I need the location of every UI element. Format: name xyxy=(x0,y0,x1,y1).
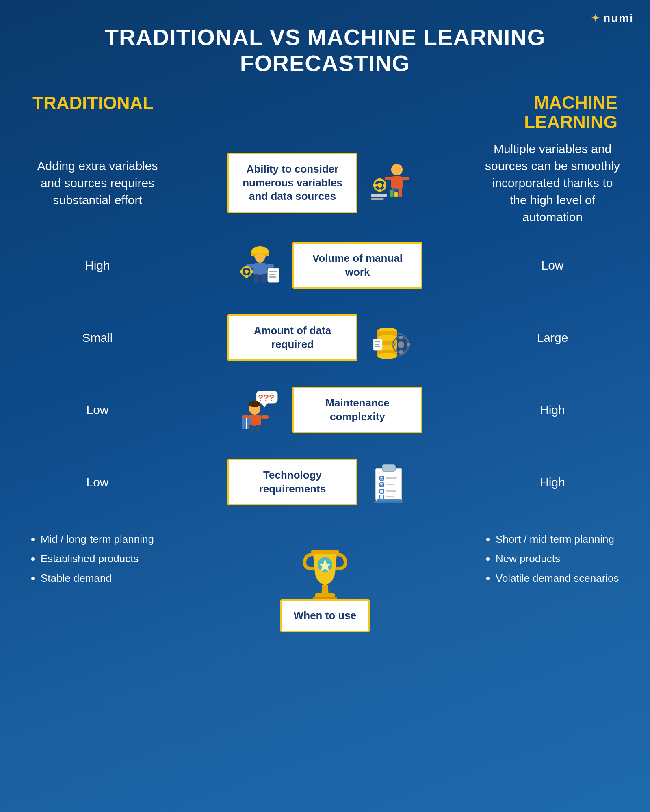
svg-rect-49 xyxy=(392,343,395,346)
worker-icon xyxy=(238,243,282,288)
svg-point-46 xyxy=(398,341,404,348)
svg-rect-74 xyxy=(380,489,384,493)
when-traditional-list: Mid / long-term planning Established pro… xyxy=(28,530,167,587)
when-center-col: When to use xyxy=(179,530,471,633)
svg-rect-2 xyxy=(378,178,381,181)
row-maintenance: Low ??? ??? xyxy=(20,378,630,443)
svg-rect-5 xyxy=(383,184,386,187)
svg-rect-52 xyxy=(375,341,380,342)
svg-rect-29 xyxy=(240,270,243,273)
traditional-header: TRADITIONAL xyxy=(32,93,187,132)
data-box: Amount of data required xyxy=(228,314,358,361)
trophy-icon-area xyxy=(297,546,353,599)
maintenance-center: ??? ??? xyxy=(179,384,471,436)
person-chart-icon xyxy=(368,161,412,205)
clipboard-icon xyxy=(368,460,412,505)
column-headers: TRADITIONAL MACHINELEARNING xyxy=(0,89,650,136)
svg-point-44 xyxy=(377,353,397,359)
logo-text: numi xyxy=(603,12,634,25)
variables-icon-area xyxy=(358,157,422,209)
database-icon xyxy=(368,315,412,360)
svg-rect-66 xyxy=(249,425,254,432)
manual-icon-area xyxy=(228,239,292,292)
manual-box: Volume of manual work xyxy=(292,242,422,289)
data-box-text: Amount of data required xyxy=(239,324,346,352)
svg-text:???: ??? xyxy=(258,393,274,403)
when-ml-list: Short / mid-term planning New products V… xyxy=(483,530,622,587)
svg-rect-73 xyxy=(386,484,394,485)
svg-rect-20 xyxy=(253,263,267,275)
svg-rect-76 xyxy=(380,495,384,499)
svg-rect-80 xyxy=(311,550,339,554)
svg-rect-32 xyxy=(269,271,277,272)
svg-rect-28 xyxy=(245,275,248,278)
svg-rect-79 xyxy=(374,501,403,503)
svg-rect-11 xyxy=(402,177,409,180)
maintenance-box: Maintenance complexity xyxy=(292,387,422,434)
svg-rect-83 xyxy=(322,585,328,593)
svg-rect-4 xyxy=(373,184,377,187)
svg-rect-48 xyxy=(399,350,403,354)
technology-traditional: Low xyxy=(20,474,175,491)
svg-rect-13 xyxy=(371,198,384,200)
when-traditional-item-1: Mid / long-term planning xyxy=(41,530,167,548)
data-center: Amount of data required xyxy=(179,311,471,364)
svg-rect-16 xyxy=(399,187,402,197)
when-ml-item-1: Short / mid-term planning xyxy=(496,530,622,548)
when-ml-item-3: Volatile demand scenarios xyxy=(496,569,622,587)
row-technology: Low Technology requirements xyxy=(20,450,630,515)
svg-point-6 xyxy=(391,164,403,175)
ml-header: MACHINELEARNING xyxy=(463,93,618,132)
technology-icon-area xyxy=(358,456,422,509)
variables-traditional: Adding extra variables and sources requi… xyxy=(20,158,175,209)
svg-rect-30 xyxy=(250,270,253,273)
data-ml: Large xyxy=(475,329,630,346)
svg-rect-31 xyxy=(268,268,279,282)
logo-area: ✦ numi xyxy=(591,11,634,25)
variables-box-text: Ability to consider numerous variables a… xyxy=(239,162,346,203)
svg-rect-71 xyxy=(386,477,397,479)
when-traditional: Mid / long-term planning Established pro… xyxy=(20,530,175,589)
maintenance-traditional: Low xyxy=(20,402,175,419)
row-when-to-use: Mid / long-term planning Established pro… xyxy=(20,522,630,636)
technology-box-text: Technology requirements xyxy=(239,469,346,496)
svg-rect-89 xyxy=(313,597,337,599)
row-data: Small Amount of data required xyxy=(20,305,630,370)
svg-rect-63 xyxy=(261,415,269,419)
svg-point-60 xyxy=(249,401,260,407)
svg-rect-15 xyxy=(394,192,398,197)
when-ml: Short / mid-term planning New products V… xyxy=(475,530,630,589)
svg-rect-53 xyxy=(375,344,379,345)
variables-ml: Multiple variables and sources can be sm… xyxy=(475,140,630,226)
svg-point-26 xyxy=(245,270,249,274)
trophy-icon xyxy=(299,546,351,599)
maintenance-ml: High xyxy=(475,402,630,419)
maintenance-box-text: Maintenance complexity xyxy=(304,396,411,424)
svg-rect-50 xyxy=(407,343,410,346)
svg-rect-54 xyxy=(375,346,380,347)
svg-rect-12 xyxy=(371,194,387,197)
logo-icon: ✦ xyxy=(591,11,600,25)
variables-box: Ability to consider numerous variables a… xyxy=(228,153,358,213)
when-ml-item-2: New products xyxy=(496,550,622,568)
row-manual-work: High xyxy=(20,233,630,298)
svg-rect-3 xyxy=(378,189,381,192)
technology-center: Technology requirements xyxy=(179,456,471,509)
when-box: When to use xyxy=(280,599,370,633)
manual-center: Volume of manual work xyxy=(179,239,471,292)
data-icon-area xyxy=(358,311,422,364)
question-person-icon: ??? ??? xyxy=(238,388,282,432)
manual-box-text: Volume of manual work xyxy=(304,252,411,279)
when-traditional-item-3: Stable demand xyxy=(41,569,167,587)
maintenance-icon-area: ??? ??? xyxy=(228,384,292,436)
svg-rect-47 xyxy=(399,336,403,339)
data-traditional: Small xyxy=(20,329,175,346)
svg-rect-24 xyxy=(261,274,266,283)
svg-rect-23 xyxy=(254,274,259,283)
variables-center: Ability to consider numerous variables a… xyxy=(179,153,471,213)
svg-rect-10 xyxy=(385,177,392,180)
svg-rect-67 xyxy=(256,425,260,432)
svg-marker-57 xyxy=(261,403,268,407)
main-title: TRADITIONAL VS MACHINE LEARNING FORECAST… xyxy=(0,0,650,85)
svg-rect-33 xyxy=(269,274,275,275)
